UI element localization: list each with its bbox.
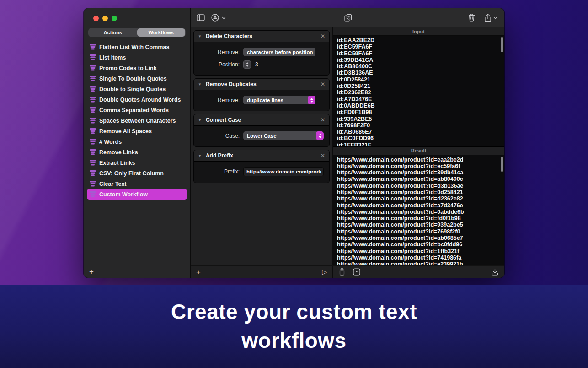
add-action-button[interactable]: + [196,268,201,276]
input-textarea[interactable]: id:EAA2BE2Did:EC59FA6Fid:EC59FA6Fid:39DB… [333,36,504,146]
step-option-label: Case: [194,133,240,139]
step-option-row: Position:3 [194,60,324,69]
disclosure-triangle-icon[interactable]: ▼ [198,82,202,87]
input-line: id:AB80400C [337,63,500,70]
paste-replace-icon[interactable] [344,8,352,27]
result-textarea[interactable]: https//www.domain.com/product?id=eaa2be2… [333,155,504,266]
export-result-icon[interactable] [492,268,498,276]
input-line: id:939A2BE5 [337,116,500,122]
sidebar-item-label: Remove All Spaces [99,128,152,135]
sidebar-item-12[interactable]: CSV: Only First Column [87,168,187,179]
sidebar-item-2[interactable]: Promo Codes to Link [87,63,187,73]
sidebar-item-6[interactable]: Comma Separated Words [87,105,187,115]
input-line: id:D2362E82 [337,89,500,96]
disclosure-triangle-icon[interactable]: ▼ [198,118,202,122]
input-line: id:AB0685E7 [337,129,500,135]
step-card-header: ▼Add Prefix✕ [194,150,329,162]
step-card-body: Remove:characters before positionPositio… [194,42,329,75]
input-line: id:0ABDDE6B [337,103,500,109]
disclosure-triangle-icon[interactable]: ▼ [198,154,202,158]
sidebar-item-10[interactable]: Remove Links [87,147,187,157]
workflow-item-icon [90,170,96,176]
result-line: https//www.domain.com/product?id=e239921… [337,261,500,265]
sidebar-item-label: Flatten List With Commas [99,44,169,50]
sidebar-item-3[interactable]: Single To Double Quotes [87,73,187,84]
close-icon[interactable]: ✕ [321,152,325,159]
tab-actions[interactable]: Actions [89,28,137,37]
prefix-field[interactable] [243,167,324,176]
caption-band: Create your custom text workflows [0,285,588,368]
step-card-0: ▼Delete Characters✕Remove:characters bef… [193,30,330,76]
copy-result-icon[interactable] [339,268,345,276]
workflow-item-icon [90,149,96,155]
sidebar-item-9[interactable]: # Words [87,136,187,147]
sidebar-item-label: Promo Codes to Link [99,65,157,71]
run-workflow-button[interactable]: ▷ [322,268,327,276]
step-option-row: Remove:characters before position [194,48,324,56]
disclosure-triangle-icon[interactable]: ▼ [198,34,202,38]
input-line: id:A7D3476E [337,96,500,103]
close-window-button[interactable] [93,16,99,21]
sidebar-item-11[interactable]: Extract Links [87,157,187,168]
close-icon[interactable]: ✕ [321,33,325,39]
toggle-sidebar-icon[interactable] [197,14,205,21]
minimize-window-button[interactable] [102,16,108,21]
workflow-list: Flatten List With CommasList ItemsPromo … [84,37,190,265]
sidebar-item-7[interactable]: Spaces Between Characters [87,115,187,126]
close-icon[interactable]: ✕ [321,81,325,87]
workflow-menu-button[interactable] [211,13,226,22]
sidebar-item-1[interactable]: List Items [87,52,187,63]
dropdown-chevrons-icon [316,131,324,140]
step-dropdown[interactable]: duplicate lines [243,96,315,104]
close-icon[interactable]: ✕ [321,117,325,123]
input-line: id:39DB41CA [337,57,500,63]
step-option-label: Remove: [194,97,240,103]
workflow-item-icon [90,118,96,124]
sidebar-item-label: Single To Double Quotes [99,76,167,82]
chevron-up-icon [246,62,249,64]
sidebar-item-label: Custom Workflow [99,191,148,198]
input-line: id:EC59FA6F [337,50,500,57]
result-line: https//www.domain.com/product?id=ab0685e… [337,235,500,241]
workflow-item-icon [90,128,96,134]
step-dropdown[interactable]: characters before position [243,48,315,56]
sidebar-item-5[interactable]: Double Quotes Around Words [87,94,187,105]
zoom-window-button[interactable] [112,16,117,21]
result-line: https//www.domain.com/product?id=ec59fa6… [337,163,500,169]
tab-workflows[interactable]: Workflows [137,28,186,37]
step-dropdown[interactable]: Lower Case [243,131,324,140]
add-workflow-button[interactable]: + [89,268,94,276]
input-line: id:D3B136AE [337,70,500,76]
result-to-input-icon[interactable] [353,268,360,276]
step-option-label: Position: [194,61,240,68]
input-line: id:7698F2F0 [337,122,500,129]
sidebar-item-0[interactable]: Flatten List With Commas [87,42,187,52]
step-card-1: ▼Remove Duplicates✕Remove:duplicate line… [193,78,330,111]
workflow-item-icon [90,44,96,50]
delete-workflow-icon[interactable] [468,14,475,22]
sidebar-item-13[interactable]: Clear Text [87,179,187,189]
bottom-bar: + ▷ [191,265,504,278]
sidebar-item-14[interactable]: Custom Workflow [87,189,187,200]
share-menu-button[interactable] [485,14,497,22]
step-card-body: Remove:duplicate lines [194,90,329,111]
step-card-header: ▼Convert Case✕ [194,114,329,126]
position-stepper[interactable] [243,60,251,69]
result-line: https//www.domain.com/product?id=fd0f1b9… [337,215,500,222]
chevron-down-icon [319,136,321,138]
workflow-item-icon [90,107,96,113]
share-icon [485,14,491,22]
sidebar-item-4[interactable]: Double to Single Quotes [87,84,187,94]
sidebar-item-8[interactable]: Remove All Spaces [87,126,187,136]
input-scrollbar[interactable] [501,37,503,52]
workflow-item-icon [90,139,96,145]
sidebar-segmented-control: Actions Workflows [88,28,186,37]
result-scrollbar[interactable] [501,157,503,172]
result-line: https//www.domain.com/product?id=939a2be… [337,222,500,228]
result-line: https//www.domain.com/product?id=eaa2be2… [337,157,500,163]
input-line: id:FD0F1B98 [337,109,500,115]
input-line: id:EAA2BE2D [337,37,500,43]
input-line: id:0D258421 [337,83,500,89]
caption-title: Create your custom text workflows [139,298,449,355]
result-line: https//www.domain.com/product?id=ab80400… [337,176,500,182]
